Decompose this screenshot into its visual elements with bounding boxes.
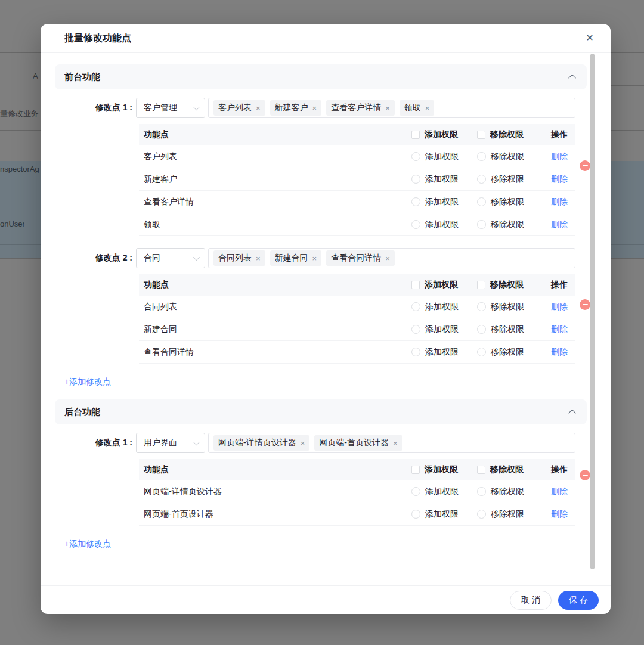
table-rows: 客户列表 添加权限 移除权限 删除 新建客户 添加权限 移除权限 删除 查看客户… xyxy=(139,145,575,236)
remove-permission-radio[interactable] xyxy=(477,325,486,334)
save-button[interactable]: 保存 xyxy=(558,591,599,610)
remove-group-button[interactable] xyxy=(580,299,590,310)
selected-tag[interactable]: 合同列表 × xyxy=(213,250,265,266)
tag-close-icon[interactable]: × xyxy=(301,439,305,448)
remove-permission-radio[interactable] xyxy=(477,302,486,311)
chevron-up-icon[interactable] xyxy=(568,74,576,82)
select-all-add-checkbox[interactable] xyxy=(411,281,420,289)
row-remove-option: 移除权限 xyxy=(477,174,543,185)
row-name: 查看客户详情 xyxy=(139,197,411,207)
remove-permission-radio[interactable] xyxy=(477,220,486,229)
add-point-link[interactable]: +添加修改点 xyxy=(64,377,111,387)
tag-label: 新建客户 xyxy=(275,103,308,113)
remove-permission-radio[interactable] xyxy=(477,152,486,161)
scrollbar-thumb[interactable] xyxy=(590,54,595,569)
column-header-remove-label: 移除权限 xyxy=(490,464,524,475)
module-select[interactable]: 合同 xyxy=(136,248,205,268)
column-header-add-label: 添加权限 xyxy=(425,129,458,140)
tag-close-icon[interactable]: × xyxy=(312,104,317,113)
tags-input[interactable]: 网页端-详情页设计器 × 网页端-首页设计器 × xyxy=(208,433,575,453)
selected-tag[interactable]: 客户列表 × xyxy=(213,100,265,116)
remove-permission-radio[interactable] xyxy=(477,510,486,519)
minus-icon xyxy=(583,304,588,305)
selected-tag[interactable]: 网页端-详情页设计器 × xyxy=(213,435,309,451)
selected-tag[interactable]: 网页端-首页设计器 × xyxy=(314,435,402,451)
modal-body-scroll-area[interactable]: 前台功能 修改点 1 : 客户管理 客户列表 × 新建客户 × 查看客户详情 ×… xyxy=(41,52,611,585)
chevron-down-icon[interactable] xyxy=(193,104,200,110)
background-partial-text: 量修改业务类型 xyxy=(0,108,39,119)
delete-row-link[interactable]: 删除 xyxy=(543,347,575,358)
tag-label: 合同列表 xyxy=(218,253,252,263)
remove-group-button[interactable] xyxy=(580,470,590,480)
add-permission-radio[interactable] xyxy=(411,487,420,496)
screen: A量修改业务类型nspectorAgonUser 批量修改功能点 ✕ 前台功能 … xyxy=(0,0,644,645)
module-select[interactable]: 客户管理 xyxy=(136,98,205,118)
add-permission-radio[interactable] xyxy=(411,302,420,311)
close-icon[interactable]: ✕ xyxy=(582,30,597,46)
select-all-remove-checkbox[interactable] xyxy=(477,466,485,474)
tag-close-icon[interactable]: × xyxy=(312,254,317,263)
delete-row-link[interactable]: 删除 xyxy=(543,486,575,497)
tag-close-icon[interactable]: × xyxy=(393,439,398,448)
selected-tag[interactable]: 领取 × xyxy=(400,100,435,116)
tag-label: 查看合同详情 xyxy=(331,253,381,263)
delete-row-link[interactable]: 删除 xyxy=(543,174,575,185)
remove-permission-radio[interactable] xyxy=(477,487,486,496)
edit-point-row: 修改点 1 : 用户界面 网页端-详情页设计器 × 网页端-首页设计器 × xyxy=(55,433,575,453)
minus-icon xyxy=(583,165,588,166)
column-header-name: 功能点 xyxy=(139,280,411,290)
tag-label: 网页端-详情页设计器 xyxy=(218,438,296,448)
section-header[interactable]: 前台功能 xyxy=(55,64,587,89)
tag-label: 客户列表 xyxy=(218,103,252,113)
chevron-up-icon[interactable] xyxy=(568,409,576,417)
tags-input[interactable]: 客户列表 × 新建客户 × 查看客户详情 × 领取 × xyxy=(208,98,575,118)
tag-close-icon[interactable]: × xyxy=(425,104,430,113)
module-select[interactable]: 用户界面 xyxy=(136,433,205,453)
add-permission-radio[interactable] xyxy=(411,325,420,334)
tag-close-icon[interactable]: × xyxy=(256,104,261,113)
add-permission-radio[interactable] xyxy=(411,348,420,356)
selected-tag[interactable]: 新建客户 × xyxy=(270,100,322,116)
delete-row-link[interactable]: 删除 xyxy=(543,219,575,230)
selected-tag[interactable]: 新建合同 × xyxy=(270,250,322,266)
add-point-link[interactable]: +添加修改点 xyxy=(64,539,111,550)
add-permission-radio[interactable] xyxy=(411,510,420,519)
table-row: 新建合同 添加权限 移除权限 删除 xyxy=(139,318,575,341)
select-all-add-checkbox[interactable] xyxy=(411,131,420,139)
column-header-remove-label: 移除权限 xyxy=(490,280,524,290)
chevron-down-icon[interactable] xyxy=(193,439,200,445)
delete-row-link[interactable]: 删除 xyxy=(543,302,575,312)
row-add-option: 添加权限 xyxy=(411,509,477,520)
row-remove-label: 移除权限 xyxy=(491,486,524,497)
remove-permission-radio[interactable] xyxy=(477,348,486,356)
tag-close-icon[interactable]: × xyxy=(256,254,261,263)
tag-close-icon[interactable]: × xyxy=(385,104,390,113)
tags-input[interactable]: 合同列表 × 新建合同 × 查看合同详情 × xyxy=(208,248,575,268)
add-permission-radio[interactable] xyxy=(411,220,420,229)
selected-tag[interactable]: 查看合同详情 × xyxy=(326,250,395,266)
select-all-remove-checkbox[interactable] xyxy=(477,281,485,289)
section-title: 后台功能 xyxy=(64,407,569,418)
remove-group-button[interactable] xyxy=(580,160,590,171)
cancel-button[interactable]: 取消 xyxy=(510,591,552,610)
select-all-add-checkbox[interactable] xyxy=(411,466,420,474)
section-header[interactable]: 后台功能 xyxy=(55,399,587,424)
delete-row-link[interactable]: 删除 xyxy=(543,197,575,207)
add-permission-radio[interactable] xyxy=(411,152,420,161)
select-value: 用户界面 xyxy=(144,438,193,448)
remove-permission-radio[interactable] xyxy=(477,175,486,184)
section: 前台功能 修改点 1 : 客户管理 客户列表 × 新建客户 × 查看客户详情 ×… xyxy=(55,64,587,387)
add-permission-radio[interactable] xyxy=(411,197,420,206)
select-all-remove-checkbox[interactable] xyxy=(477,131,485,139)
delete-row-link[interactable]: 删除 xyxy=(543,324,575,335)
delete-row-link[interactable]: 删除 xyxy=(543,151,575,162)
add-permission-radio[interactable] xyxy=(411,175,420,184)
row-remove-label: 移除权限 xyxy=(491,324,524,335)
tag-close-icon[interactable]: × xyxy=(385,254,390,263)
delete-row-link[interactable]: 删除 xyxy=(543,509,575,520)
column-header-remove: 移除权限 xyxy=(477,464,543,475)
group-label: 修改点 2 : xyxy=(55,253,136,263)
chevron-down-icon[interactable] xyxy=(193,254,200,261)
remove-permission-radio[interactable] xyxy=(477,197,486,206)
selected-tag[interactable]: 查看客户详情 × xyxy=(326,100,395,116)
